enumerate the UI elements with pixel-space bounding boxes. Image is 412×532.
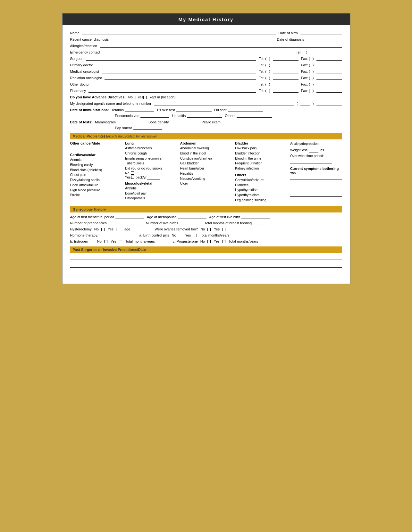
live-births-field[interactable]	[180, 220, 202, 225]
location-field[interactable]	[178, 95, 342, 99]
oncologist-label: Medical oncologist	[70, 70, 99, 73]
agent-name-field[interactable]	[154, 101, 294, 105]
surgery-line-2[interactable]	[70, 263, 342, 268]
tetanus-label: Tetanus	[112, 108, 124, 112]
primary-field[interactable]	[96, 62, 256, 67]
sym-line-1[interactable]	[290, 175, 342, 179]
cancer-date-field[interactable]	[70, 146, 102, 150]
hyst-yes-checkbox[interactable]	[116, 228, 119, 231]
mp-heartburn: Heart burn/ulcer	[180, 166, 232, 171]
bc-no-checkbox[interactable]	[179, 234, 182, 237]
oncologist-tel-field[interactable]	[273, 69, 298, 73]
dob-label: Date of birth	[279, 31, 298, 35]
mp-col-anxiety: Anxiety/depression Weight loss lbs Over …	[290, 141, 342, 203]
pharmacy-fax-field[interactable]	[316, 88, 342, 93]
mp-convulsion: Convulsion/seizure	[235, 178, 287, 183]
prog-months-field[interactable]	[261, 239, 273, 243]
weight-field[interactable]	[309, 148, 318, 153]
agent-area-field[interactable]	[300, 101, 310, 105]
est-no-checkbox[interactable]	[104, 240, 107, 243]
dob-field[interactable]	[300, 30, 342, 35]
bone-field[interactable]	[170, 120, 199, 124]
live-birth-field[interactable]	[241, 214, 270, 219]
primary-fax-field[interactable]	[316, 62, 342, 67]
agent-tel-field[interactable]	[316, 101, 342, 105]
pharmacy-field[interactable]	[88, 88, 256, 93]
mp-musculo-title: Musculoskeletal	[125, 181, 177, 185]
bc-yes-checkbox[interactable]	[194, 234, 197, 237]
gynecology-header: Gynecology History	[70, 206, 342, 212]
weight-period-field[interactable]	[290, 159, 332, 163]
radiation-field[interactable]	[105, 75, 256, 80]
surgery-line-1[interactable]	[70, 255, 342, 260]
radiation-tel-field[interactable]	[273, 75, 298, 80]
flu-field[interactable]	[228, 107, 263, 112]
pregnancies-label: Number of pregnancies	[70, 221, 107, 225]
other-doc-field[interactable]	[92, 82, 256, 86]
pelvic-label: Pelvic exam	[202, 120, 221, 124]
hyst-age-field[interactable]	[133, 227, 152, 231]
others-field[interactable]	[237, 113, 272, 118]
emergency-field[interactable]	[103, 50, 293, 54]
name-field[interactable]	[82, 30, 276, 35]
menstrual-field[interactable]	[115, 214, 144, 219]
ovaries-yes-checkbox[interactable]	[222, 228, 225, 231]
primary-tel-field[interactable]	[273, 62, 298, 67]
surgeon-fax-field[interactable]	[316, 56, 342, 61]
hyst-no-checkbox[interactable]	[101, 228, 105, 231]
no-checkbox[interactable]	[133, 96, 136, 99]
other-doc-fax-field[interactable]	[316, 82, 342, 86]
cancer-field[interactable]	[111, 37, 274, 41]
radiation-fax-field[interactable]	[316, 75, 342, 80]
yes-checkbox[interactable]	[143, 96, 147, 99]
mp-chest-pain: Chest pain	[70, 172, 122, 178]
mp-subtitle: Encircle the problem for yes answer	[106, 135, 157, 138]
mp-others-title: Others	[235, 173, 287, 177]
bc-no-label: No	[172, 233, 176, 237]
est-yes-checkbox[interactable]	[119, 240, 122, 243]
sym-line-4[interactable]	[290, 192, 342, 197]
dod-field[interactable]	[307, 37, 342, 41]
pneumonia-field[interactable]	[140, 113, 169, 118]
hyst-age-label: , age	[122, 227, 130, 231]
hyst-yes-label: Yes	[108, 227, 114, 231]
oncologist-field[interactable]	[102, 69, 256, 73]
tetanus-field[interactable]	[125, 107, 154, 112]
menopause-field[interactable]	[178, 214, 206, 219]
mp-osteoporosis: Osteoporosis	[125, 196, 177, 201]
sym-line-2[interactable]	[290, 181, 342, 185]
others-label: Others	[225, 114, 235, 118]
menstrual-label: Age at first menstrual period	[70, 215, 114, 219]
surgeon-field[interactable]	[86, 56, 256, 61]
mammogram-field[interactable]	[117, 120, 146, 124]
smoke-no-checkbox[interactable]	[131, 171, 134, 175]
mp-cardio-title: Cardiovascular	[70, 153, 122, 157]
location-label: kept in (location)	[150, 95, 176, 99]
hepatitis-field[interactable]	[187, 113, 222, 118]
tb-field[interactable]	[176, 107, 212, 112]
smoke-yes-checkbox[interactable]	[131, 176, 134, 179]
allergy-field[interactable]	[100, 43, 342, 48]
est-months-field[interactable]	[157, 239, 170, 243]
mp-hyper: Hyperthyroidism	[235, 193, 287, 198]
prog-no-checkbox[interactable]	[207, 240, 211, 243]
emergency-tel-field[interactable]	[310, 50, 342, 54]
surgery-line-3[interactable]	[70, 271, 342, 275]
bc-months-field[interactable]	[232, 233, 245, 237]
pregnancies-field[interactable]	[108, 220, 143, 225]
breast-feeding-field[interactable]	[253, 220, 269, 225]
no-label: No	[128, 95, 133, 99]
mp-hepatitis: Hepatitis _____	[180, 171, 232, 176]
sym-line-3[interactable]	[290, 187, 342, 191]
pharmacy-tel-field[interactable]	[273, 88, 298, 93]
pack-field[interactable]	[147, 175, 160, 179]
form-title: My Medical History	[63, 13, 350, 25]
ovaries-no-checkbox[interactable]	[207, 228, 211, 231]
prog-yes-checkbox[interactable]	[222, 240, 225, 243]
pap-field[interactable]	[133, 125, 162, 130]
oncologist-fax-field[interactable]	[316, 69, 342, 73]
breast-feeding-label: Total months of breast feeding	[205, 221, 252, 225]
pelvic-field[interactable]	[222, 120, 251, 124]
surgeon-tel-field[interactable]	[273, 56, 298, 61]
other-doc-tel-field[interactable]	[273, 82, 298, 86]
